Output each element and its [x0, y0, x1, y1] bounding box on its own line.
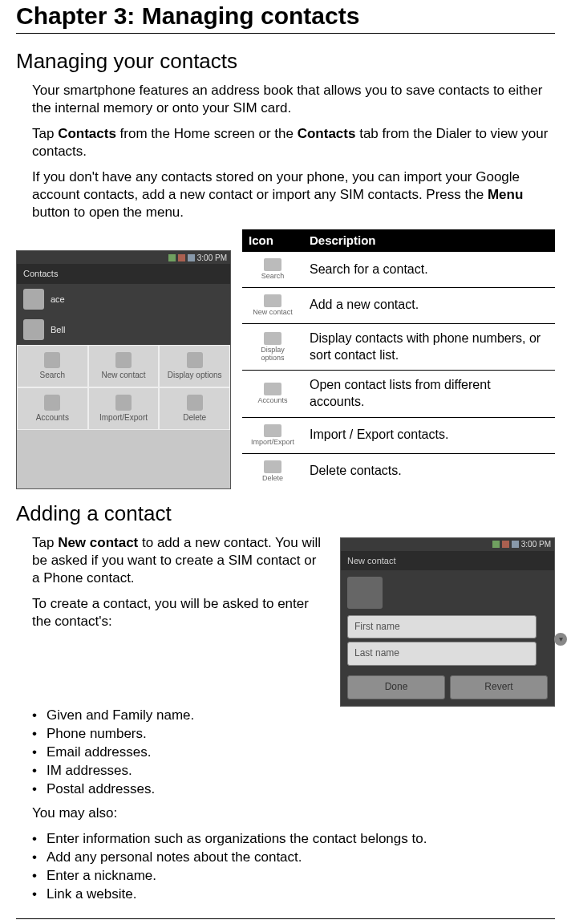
paragraph: If you don't have any contacts stored on… [32, 168, 555, 221]
revert-button: Revert [450, 675, 548, 699]
screen-title: New contact [341, 551, 554, 570]
page-footer: 18 [16, 918, 555, 924]
table-cell-description: Display contacts with phone numbers, or … [303, 323, 555, 371]
paragraph: Tap New contact to add a new contact. Yo… [32, 534, 326, 587]
screenshot-contacts: 3:00 PM Contacts ace Bell Search New con… [16, 250, 231, 488]
list-item: Given and Family name. [32, 707, 555, 724]
list-item: Link a website. [32, 886, 555, 903]
plus-icon [115, 352, 132, 368]
menu-item-delete: Delete [159, 387, 230, 430]
bullet-list: Enter information such as organizations … [32, 830, 555, 903]
menu-item-new-contact: New contact [88, 345, 160, 387]
table-cell-description: Open contact lists from different accoun… [303, 371, 555, 418]
table-row: Search Search for a contact. [242, 252, 555, 287]
done-button: Done [347, 675, 445, 699]
table-cell-description: Add a new contact. [303, 287, 555, 323]
bold-term: Menu [488, 187, 523, 202]
trash-icon [187, 395, 203, 411]
status-bar: 3:00 PM [17, 251, 230, 264]
bullet-list: Given and Family name. Phone numbers. Em… [32, 707, 555, 798]
chapter-title: Chapter 3: Managing contacts [16, 0, 555, 34]
table-cell-description: Delete contacts. [303, 453, 555, 488]
table-cell-description: Import / Export contacts. [303, 417, 555, 453]
section-heading-adding: Adding a contact [16, 500, 555, 528]
trash-icon [264, 460, 281, 473]
table-row: Accounts Open contact lists from differe… [242, 371, 555, 418]
photo-placeholder-icon [347, 577, 383, 609]
list-item: Phone numbers. [32, 725, 555, 743]
paragraph: You may also: [32, 804, 555, 822]
table-row: Display options Display contacts with ph… [242, 323, 555, 371]
list-item: Add any personal notes about the contact… [32, 849, 555, 866]
contact-avatar-icon [23, 319, 44, 340]
search-icon [44, 352, 60, 368]
list-item: Postal addresses. [32, 780, 555, 798]
accounts-icon [44, 395, 60, 411]
list-item: IM addresses. [32, 762, 555, 780]
list-item: Email addresses. [32, 744, 555, 761]
search-icon [264, 258, 281, 271]
list-icon [264, 332, 281, 345]
list-item: ace [17, 284, 230, 314]
menu-item-accounts: Accounts [17, 387, 88, 430]
table-header-description: Description [303, 229, 555, 252]
table-row: Import/Export Import / Export contacts. [242, 417, 555, 453]
status-bar: 3:00 PM [341, 538, 554, 551]
table-row: New contact Add a new contact. [242, 287, 555, 323]
paragraph: Tap Contacts from the Home screen or the… [32, 125, 555, 160]
menu-item-import-export: Import/Export [88, 387, 160, 430]
bold-term: Contacts [298, 126, 356, 141]
table-row: Delete Delete contacts. [242, 453, 555, 488]
menu-grid: Search New contact Display options Accou… [17, 345, 230, 430]
bold-term: Contacts [58, 126, 116, 141]
paragraph: Your smartphone features an address book… [32, 82, 555, 117]
status-time: 3:00 PM [521, 539, 551, 549]
list-item: Enter a nickname. [32, 867, 555, 885]
section-heading-managing: Managing your contacts [16, 48, 555, 75]
import-export-icon [115, 395, 132, 411]
status-time: 3:00 PM [197, 253, 227, 263]
list-item: Enter information such as organizations … [32, 830, 555, 848]
menu-item-search: Search [17, 345, 88, 387]
screen-title: Contacts [17, 264, 230, 283]
list-item: Bell [17, 314, 230, 345]
paragraph: To create a contact, you will be asked t… [32, 595, 326, 630]
status-icon [492, 541, 500, 548]
plus-icon [264, 294, 281, 307]
table-cell-description: Search for a contact. [303, 252, 555, 287]
expand-icon: ▾ [554, 633, 567, 646]
status-icon [502, 541, 509, 548]
icon-description-table: Icon Description Search Search for a con… [242, 229, 555, 488]
status-icon [178, 254, 185, 261]
screenshot-new-contact: 3:00 PM New contact First name Last name… [340, 537, 555, 707]
status-icon [188, 254, 195, 261]
import-export-icon [264, 424, 281, 437]
table-header-icon: Icon [242, 229, 303, 252]
bold-term: New contact [58, 535, 138, 550]
contact-avatar-icon [23, 289, 44, 310]
accounts-icon [264, 383, 281, 395]
last-name-field: Last name [347, 642, 537, 666]
status-icon [512, 541, 519, 548]
list-icon [187, 352, 203, 368]
menu-item-display-options: Display options [159, 345, 230, 387]
first-name-field: First name [347, 615, 537, 639]
status-icon [168, 254, 176, 261]
